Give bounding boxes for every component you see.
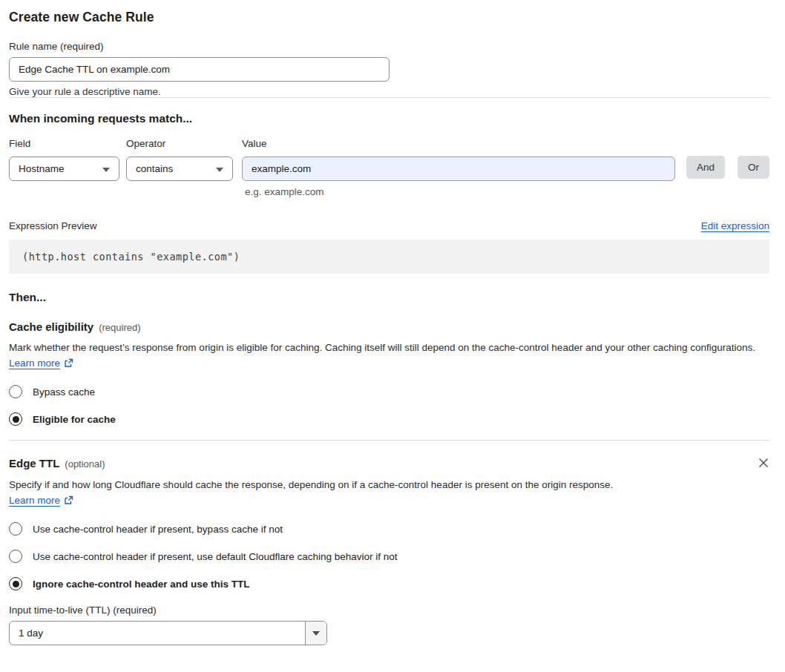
value-column: Value — [242, 138, 675, 181]
match-heading: When incoming requests match... — [9, 112, 769, 125]
chevron-down-icon — [312, 631, 320, 636]
external-link-icon — [64, 358, 73, 368]
rule-name-input[interactable] — [9, 57, 390, 82]
edge-ttl-description: Specify if and how long Cloudflare shoul… — [9, 477, 631, 508]
radio-checked-icon — [9, 577, 22, 590]
value-input[interactable] — [242, 157, 675, 181]
expression-preview-code: (http.host contains "example.com") — [9, 240, 769, 274]
external-link-icon — [64, 495, 73, 505]
then-heading: Then... — [9, 291, 769, 304]
edit-expression-link[interactable]: Edit expression — [701, 220, 769, 231]
ttl-select-arrow-button[interactable] — [305, 622, 326, 645]
radio-checked-icon — [9, 412, 22, 426]
field-label: Field — [9, 138, 119, 149]
edge-ttl-qualifier: (optional) — [65, 458, 105, 470]
cache-eligibility-heading: Cache eligibility(required) — [9, 320, 141, 333]
cache-eligibility-options: Bypass cache Eligible for cache — [9, 385, 769, 426]
divider — [9, 97, 769, 98]
page-title: Create new Cache Rule — [9, 10, 769, 25]
cache-eligibility-learn-more-link[interactable]: Learn more — [9, 358, 60, 369]
operator-select-value: contains — [136, 163, 173, 174]
radio-option-eligible-for-cache[interactable]: Eligible for cache — [9, 412, 769, 426]
cache-eligibility-heading-row: Cache eligibility(required) — [9, 320, 769, 333]
edge-ttl-heading-row: Edge TTL(optional) — [9, 457, 769, 470]
value-label: Value — [242, 138, 675, 149]
value-help: e.g. example.com — [245, 186, 769, 197]
cache-eligibility-qualifier: (required) — [99, 322, 140, 333]
edge-ttl-options: Use cache-control header if present, byp… — [9, 522, 769, 590]
cache-eligibility-description: Mark whether the request’s response from… — [9, 340, 769, 371]
edge-ttl-heading: Edge TTL(optional) — [9, 457, 105, 470]
divider — [9, 440, 769, 441]
rule-name-help: Give your rule a descriptive name. — [9, 86, 769, 97]
or-button[interactable]: Or — [738, 156, 769, 179]
close-icon[interactable] — [758, 457, 769, 470]
match-section: When incoming requests match... Field Ho… — [9, 112, 769, 274]
operator-label: Operator — [126, 138, 233, 149]
radio-option-bypass-cache[interactable]: Bypass cache — [9, 385, 769, 398]
chevron-down-icon — [102, 168, 110, 172]
edge-ttl-section: Edge TTL(optional) Specify if and how lo… — [9, 457, 769, 645]
rule-name-label: Rule name (required) — [9, 41, 769, 52]
rule-name-block: Rule name (required) Give your rule a de… — [9, 41, 769, 97]
field-select[interactable]: Hostname — [9, 157, 119, 181]
ttl-input-block: Input time-to-live (TTL) (required) 1 da… — [9, 605, 769, 645]
operator-column: Operator contains — [126, 138, 233, 181]
field-select-value: Hostname — [19, 163, 65, 174]
cache-eligibility-section: Cache eligibility(required) Mark whether… — [9, 320, 769, 426]
connector-buttons: And Or — [686, 138, 769, 179]
expression-preview-label: Expression Preview — [9, 220, 97, 231]
radio-option-use-header-default[interactable]: Use cache-control header if present, use… — [9, 550, 769, 563]
radio-icon — [9, 550, 22, 563]
edge-ttl-learn-more-link[interactable]: Learn more — [9, 495, 60, 506]
field-column: Field Hostname — [9, 138, 119, 181]
radio-option-use-header-bypass[interactable]: Use cache-control header if present, byp… — [9, 522, 769, 536]
match-condition-row: Field Hostname Operator contains Value A… — [9, 138, 769, 181]
ttl-select[interactable]: 1 day — [9, 621, 327, 645]
expression-preview-row: Expression Preview Edit expression — [9, 220, 769, 231]
chevron-down-icon — [216, 168, 223, 172]
ttl-select-value: 1 day — [10, 622, 305, 645]
radio-icon — [9, 385, 22, 398]
ttl-label: Input time-to-live (TTL) (required) — [9, 605, 769, 616]
and-button[interactable]: And — [686, 156, 725, 179]
radio-icon — [9, 522, 22, 536]
create-cache-rule-page: Create new Cache Rule Rule name (require… — [0, 0, 785, 645]
operator-select[interactable]: contains — [126, 157, 233, 181]
radio-option-ignore-header-use-ttl[interactable]: Ignore cache-control header and use this… — [9, 577, 769, 590]
